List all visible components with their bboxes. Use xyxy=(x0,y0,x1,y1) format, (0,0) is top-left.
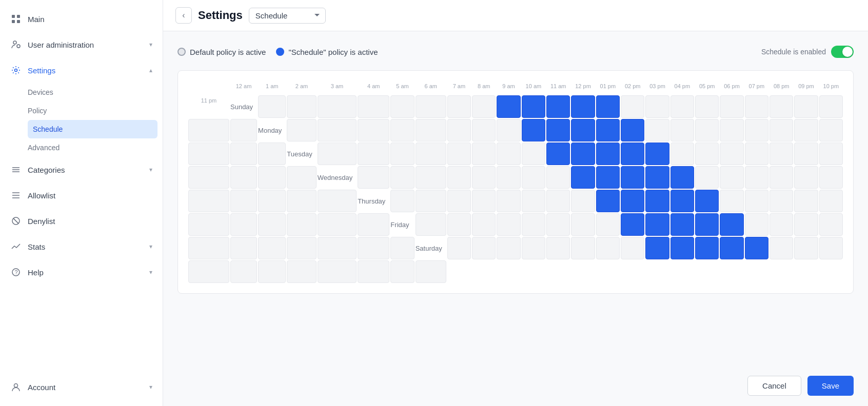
time-cell[interactable] xyxy=(497,237,520,259)
time-cell[interactable] xyxy=(794,237,818,259)
time-cell[interactable] xyxy=(318,190,357,212)
time-cell[interactable] xyxy=(358,95,389,118)
time-cell[interactable] xyxy=(416,166,446,189)
time-cell[interactable] xyxy=(472,95,496,118)
time-cell[interactable] xyxy=(621,190,644,212)
time-cell[interactable] xyxy=(670,143,694,165)
time-cell[interactable] xyxy=(497,190,520,212)
time-cell[interactable] xyxy=(497,166,520,189)
time-cell[interactable] xyxy=(621,95,644,118)
time-cell[interactable] xyxy=(770,190,793,212)
time-cell[interactable] xyxy=(745,237,768,259)
time-cell[interactable] xyxy=(645,237,669,259)
time-cell[interactable] xyxy=(720,237,743,259)
time-cell[interactable] xyxy=(522,237,545,259)
time-cell[interactable] xyxy=(546,190,570,212)
time-cell[interactable] xyxy=(472,190,496,212)
time-cell[interactable] xyxy=(720,166,743,189)
time-cell[interactable] xyxy=(416,143,446,165)
time-cell[interactable] xyxy=(670,95,694,118)
sidebar-item-stats[interactable]: Stats ▾ xyxy=(0,234,163,259)
time-cell[interactable] xyxy=(645,213,669,236)
time-cell[interactable] xyxy=(819,119,843,141)
time-cell[interactable] xyxy=(497,143,520,165)
sidebar-item-denylist[interactable]: Denylist xyxy=(0,208,163,234)
sidebar-item-categories[interactable]: Categories ▾ xyxy=(0,157,163,182)
time-cell[interactable] xyxy=(720,143,743,165)
time-cell[interactable] xyxy=(447,237,471,259)
time-cell[interactable] xyxy=(621,143,644,165)
time-cell[interactable] xyxy=(390,237,414,259)
time-cell[interactable] xyxy=(390,95,414,118)
time-cell[interactable] xyxy=(770,237,793,259)
time-cell[interactable] xyxy=(258,190,286,212)
time-cell[interactable] xyxy=(695,119,719,141)
time-cell[interactable] xyxy=(497,119,520,141)
time-cell[interactable] xyxy=(188,143,229,165)
time-cell[interactable] xyxy=(318,119,357,141)
sidebar-item-advanced[interactable]: Advanced xyxy=(28,138,163,157)
time-cell[interactable] xyxy=(546,143,570,165)
time-cell[interactable] xyxy=(188,213,229,236)
back-button[interactable]: ‹ xyxy=(175,7,192,24)
time-cell[interactable] xyxy=(287,237,316,259)
time-cell[interactable] xyxy=(390,190,414,212)
time-cell[interactable] xyxy=(416,213,446,236)
time-cell[interactable] xyxy=(522,95,545,118)
time-cell[interactable] xyxy=(770,95,793,118)
time-cell[interactable] xyxy=(472,119,496,141)
time-cell[interactable] xyxy=(745,143,768,165)
time-cell[interactable] xyxy=(522,213,545,236)
time-cell[interactable] xyxy=(596,119,620,141)
time-cell[interactable] xyxy=(645,119,669,141)
time-cell[interactable] xyxy=(287,213,316,236)
time-cell[interactable] xyxy=(447,213,471,236)
time-cell[interactable] xyxy=(546,166,570,189)
time-cell[interactable] xyxy=(390,119,414,141)
time-cell[interactable] xyxy=(472,143,496,165)
time-cell[interactable] xyxy=(596,143,620,165)
time-cell[interactable] xyxy=(287,260,316,283)
time-cell[interactable] xyxy=(794,190,818,212)
sidebar-item-allowlist[interactable]: Allowlist xyxy=(0,182,163,208)
time-cell[interactable] xyxy=(745,166,768,189)
time-cell[interactable] xyxy=(358,260,389,283)
time-cell[interactable] xyxy=(770,143,793,165)
sidebar-item-policy[interactable]: Policy xyxy=(28,102,163,120)
time-cell[interactable] xyxy=(188,119,229,141)
time-cell[interactable] xyxy=(645,95,669,118)
time-cell[interactable] xyxy=(546,213,570,236)
time-cell[interactable] xyxy=(258,260,286,283)
time-cell[interactable] xyxy=(522,166,545,189)
time-cell[interactable] xyxy=(794,95,818,118)
time-cell[interactable] xyxy=(546,95,570,118)
time-cell[interactable] xyxy=(447,95,471,118)
time-cell[interactable] xyxy=(258,143,286,165)
time-cell[interactable] xyxy=(230,190,257,212)
time-cell[interactable] xyxy=(720,190,743,212)
time-cell[interactable] xyxy=(472,237,496,259)
time-cell[interactable] xyxy=(230,119,257,141)
time-cell[interactable] xyxy=(695,166,719,189)
time-cell[interactable] xyxy=(571,213,595,236)
time-cell[interactable] xyxy=(230,237,257,259)
time-cell[interactable] xyxy=(287,119,316,141)
time-cell[interactable] xyxy=(645,143,669,165)
time-cell[interactable] xyxy=(794,143,818,165)
time-cell[interactable] xyxy=(258,213,286,236)
time-cell[interactable] xyxy=(695,213,719,236)
time-cell[interactable] xyxy=(819,143,843,165)
time-cell[interactable] xyxy=(621,166,644,189)
time-cell[interactable] xyxy=(695,237,719,259)
time-cell[interactable] xyxy=(546,237,570,259)
time-cell[interactable] xyxy=(358,143,389,165)
time-cell[interactable] xyxy=(794,119,818,141)
time-cell[interactable] xyxy=(645,190,669,212)
time-cell[interactable] xyxy=(318,237,357,259)
time-cell[interactable] xyxy=(670,237,694,259)
time-cell[interactable] xyxy=(670,119,694,141)
time-cell[interactable] xyxy=(230,260,257,283)
time-cell[interactable] xyxy=(770,166,793,189)
time-cell[interactable] xyxy=(230,143,257,165)
time-cell[interactable] xyxy=(447,190,471,212)
